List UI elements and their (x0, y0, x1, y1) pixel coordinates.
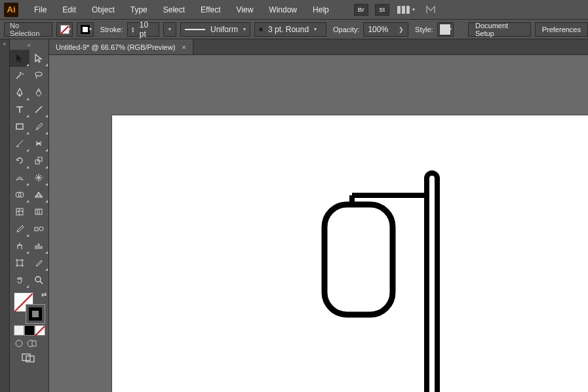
graphic-style-swatch[interactable]: ▾ (437, 22, 454, 37)
draw-normal-icon[interactable] (14, 338, 24, 349)
width-tool[interactable] (10, 169, 29, 186)
shaper-tool[interactable] (10, 135, 29, 152)
tool-panel: « (10, 39, 49, 392)
svg-rect-10 (17, 260, 22, 265)
brush-definition[interactable]: 3 pt. Round ▾ (254, 22, 326, 37)
menu-select[interactable]: Select (157, 3, 191, 17)
stroke-swatch[interactable]: ▾ (77, 22, 93, 37)
lasso-tool[interactable] (29, 67, 49, 84)
variable-width-profile[interactable]: Uniform ▾ (180, 22, 251, 37)
menu-window[interactable]: Window (262, 3, 304, 17)
opacity-field[interactable]: 100% ❯ (363, 22, 408, 37)
line-segment-tool[interactable] (29, 101, 49, 118)
artboard-tool[interactable] (10, 254, 29, 271)
artboard[interactable] (112, 115, 588, 392)
svg-rect-1 (16, 124, 23, 129)
perspective-grid-tool[interactable] (29, 186, 49, 203)
panel-expand-handle[interactable]: « (0, 39, 9, 49)
color-mode-gradient[interactable] (24, 325, 35, 336)
blend-tool[interactable] (29, 220, 49, 237)
app-logo: Ai (4, 3, 18, 17)
svg-rect-17 (427, 173, 437, 392)
type-tool[interactable] (10, 101, 29, 118)
opacity-value: 100% (368, 25, 388, 34)
opacity-label: Opacity: (333, 26, 359, 33)
gradient-tool[interactable] (29, 203, 49, 220)
rectangle-tool[interactable] (10, 118, 29, 135)
draw-behind-icon[interactable] (27, 338, 37, 349)
svg-rect-6 (16, 208, 23, 215)
fill-swatch[interactable]: ▾ (56, 22, 73, 37)
stroke-weight-field[interactable]: ▴▾ 10 pt (127, 22, 159, 37)
magic-wand-tool[interactable] (10, 67, 29, 84)
slice-tool[interactable] (29, 254, 49, 271)
brush-name: 3 pt. Round (268, 25, 309, 34)
menu-type[interactable]: Type (124, 3, 154, 17)
selection-indicator[interactable]: No Selection (4, 22, 52, 37)
svg-rect-8 (35, 227, 38, 231)
svg-point-12 (16, 340, 22, 347)
document-tab-title: Untitled-9* @ 66.67% (RGB/Preview) (56, 43, 175, 51)
document-tab[interactable]: Untitled-9* @ 66.67% (RGB/Preview) × (49, 39, 193, 54)
menu-help[interactable]: Help (306, 3, 336, 17)
zoom-tool[interactable] (29, 271, 49, 288)
color-mode-row (14, 325, 49, 336)
curvature-tool[interactable] (29, 84, 49, 101)
document-setup-button[interactable]: Document Setup (468, 22, 531, 37)
shape-builder-tool[interactable] (10, 186, 29, 203)
stroke-weight-value: 10 pt (140, 20, 155, 39)
swap-fill-stroke-icon[interactable]: ⇄ (41, 291, 47, 298)
eyedropper-tool[interactable] (10, 220, 29, 237)
pen-tool[interactable] (10, 84, 29, 101)
toolbox-collapse-handle[interactable]: « (10, 42, 49, 50)
paintbrush-tool[interactable] (29, 118, 49, 135)
draw-mode-row (14, 338, 49, 349)
fill-stroke-control[interactable]: ⇄ (14, 292, 45, 324)
svg-point-11 (35, 277, 41, 282)
preferences-button[interactable]: Preferences (535, 22, 588, 37)
stock-button[interactable]: St (375, 4, 389, 16)
menu-effect[interactable]: Effect (194, 3, 227, 17)
svg-rect-14 (32, 341, 36, 346)
stroke-color-swatch[interactable] (26, 304, 45, 324)
menu-object[interactable]: Object (85, 3, 121, 17)
screen-mode-button[interactable] (22, 353, 49, 365)
svg-point-9 (39, 227, 43, 231)
stroke-weight-dropdown[interactable]: ▾ (163, 22, 176, 37)
menu-edit[interactable]: Edit (56, 3, 83, 17)
rotate-tool[interactable] (10, 152, 29, 169)
artwork (112, 115, 588, 392)
color-mode-solid[interactable] (14, 325, 24, 336)
direct-selection-tool[interactable] (29, 50, 49, 67)
document-area[interactable] (49, 55, 588, 392)
symbol-sprayer-tool[interactable] (10, 237, 29, 254)
gpu-performance-icon[interactable] (425, 4, 438, 16)
free-transform-tool[interactable] (29, 169, 49, 186)
mesh-tool[interactable] (10, 203, 29, 220)
document-tab-strip: Untitled-9* @ 66.67% (RGB/Preview) × (49, 39, 588, 55)
svg-rect-3 (38, 157, 42, 161)
selection-tool[interactable] (10, 50, 29, 67)
color-mode-none[interactable] (35, 325, 45, 336)
svg-rect-7 (35, 209, 42, 214)
arrange-documents-button[interactable]: ▾ (397, 4, 416, 16)
menu-view[interactable]: View (230, 3, 260, 17)
hand-tool[interactable] (10, 271, 29, 288)
collapsed-panel-gutter[interactable]: « (0, 39, 10, 392)
menu-file[interactable]: File (28, 3, 53, 17)
profile-name: Uniform (210, 25, 238, 34)
scale-tool[interactable] (29, 152, 49, 169)
close-tab-icon[interactable]: × (182, 43, 186, 51)
bridge-button[interactable]: Br (354, 4, 368, 16)
svg-rect-2 (35, 160, 39, 164)
stroke-label: Stroke: (100, 26, 123, 33)
column-graph-tool[interactable] (29, 237, 49, 254)
menu-bar: Ai File Edit Object Type Select Effect V… (0, 0, 588, 20)
eraser-tool[interactable] (29, 135, 49, 152)
style-label: Style: (415, 26, 433, 33)
control-bar: No Selection ▾ ▾ Stroke: ▴▾ 10 pt ▾ Unif… (0, 20, 588, 39)
svg-rect-18 (324, 205, 393, 315)
